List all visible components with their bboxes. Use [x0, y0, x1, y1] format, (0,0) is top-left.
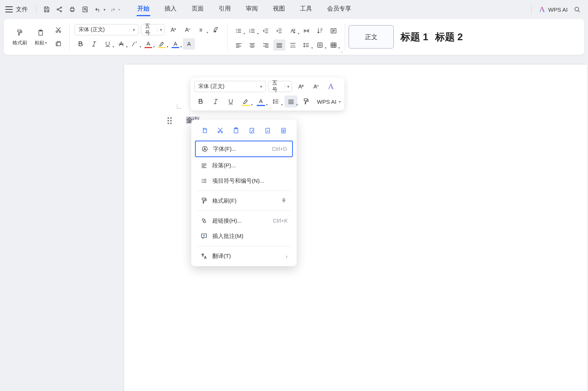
highlight-color-icon[interactable]: ▾ — [156, 38, 168, 50]
style-heading1[interactable]: 标题 1 — [401, 30, 428, 44]
svg-rect-38 — [202, 198, 205, 200]
save-icon[interactable] — [41, 4, 52, 15]
text-direction-icon[interactable]: ▾ — [287, 25, 299, 36]
borders-icon[interactable]: ▾ — [314, 39, 326, 51]
cut-icon[interactable] — [53, 24, 64, 36]
ctx-cut-icon[interactable] — [215, 125, 226, 136]
show-marks-icon[interactable] — [328, 25, 340, 36]
style-heading2[interactable]: 标题 2 — [435, 30, 463, 44]
mini-align-icon[interactable]: ▾ — [285, 95, 297, 108]
share-icon[interactable] — [54, 4, 65, 15]
shrink-font-icon[interactable] — [181, 24, 193, 35]
chevron-right-icon: › — [286, 253, 288, 259]
decrease-indent-icon[interactable] — [260, 25, 272, 36]
align-center-icon[interactable] — [246, 39, 258, 51]
clear-formatting-icon[interactable] — [210, 24, 222, 35]
mini-grow-font-icon[interactable] — [294, 80, 307, 92]
mini-shrink-font-icon[interactable] — [309, 80, 322, 92]
sort-icon[interactable] — [314, 25, 326, 36]
wps-ai-label: WPS AI — [548, 6, 568, 13]
ctx-paste-list-icon[interactable] — [278, 125, 289, 136]
table-icon[interactable]: ▾ — [328, 39, 340, 51]
mini-wps-ai-icon[interactable] — [324, 80, 337, 92]
bold-icon[interactable] — [75, 38, 87, 50]
ctx-font[interactable]: 字体(F)... Ctrl+D — [195, 141, 293, 157]
line-spacing-icon[interactable]: ▾ — [300, 39, 312, 51]
ctx-comment[interactable]: 插入批注(M) — [195, 229, 293, 244]
copy-icon[interactable] — [53, 38, 64, 49]
ctx-pin-icon[interactable] — [279, 198, 288, 204]
paragraph-drag-handle[interactable] — [168, 117, 172, 124]
undo-icon[interactable] — [92, 4, 104, 15]
ctx-paste-text-icon[interactable]: A — [262, 125, 273, 136]
ctx-paragraph[interactable]: 段落(P)... — [195, 158, 293, 173]
align-justify-icon[interactable] — [273, 39, 285, 51]
tab-tools[interactable]: 工具 — [299, 3, 313, 16]
redo-icon[interactable] — [107, 4, 118, 15]
char-spacing-icon[interactable] — [300, 25, 312, 36]
ctx-paste-format-icon[interactable] — [246, 125, 257, 136]
mini-toolbar: 宋体 (正文)▾ 五号▾ ▾ ▾ ▾ ▾ WPS AI▾ — [190, 77, 344, 111]
ctx-font-label: 字体(F)... — [213, 145, 236, 153]
mini-italic-icon[interactable] — [209, 95, 222, 108]
mini-bold-icon[interactable] — [194, 95, 207, 108]
grow-font-icon[interactable] — [167, 24, 179, 35]
phonetic-guide-icon[interactable]: 斐▾ — [196, 24, 208, 35]
strikethrough-icon[interactable]: ▾ — [115, 38, 127, 50]
style-normal[interactable]: 正文 — [349, 25, 394, 48]
tab-vip[interactable]: 会员专享 — [326, 3, 352, 16]
tab-insert[interactable]: 插入 — [164, 3, 177, 16]
ctx-bullets[interactable]: 项目符号和编号(N)... — [195, 173, 293, 188]
mini-line-spacing-icon[interactable]: ▾ — [270, 95, 282, 108]
file-menu[interactable]: 文件 — [16, 6, 28, 14]
print-preview-icon[interactable] — [79, 4, 91, 15]
format-painter-button[interactable]: 格式刷 — [9, 22, 30, 52]
tab-review[interactable]: 审阅 — [245, 3, 259, 16]
align-left-icon[interactable] — [233, 39, 245, 51]
shading-icon[interactable] — [183, 38, 195, 50]
font-name-combo[interactable]: 宋体 (正文)▾ — [75, 24, 139, 35]
underline-icon[interactable]: ▾ — [102, 38, 114, 50]
bullet-list-icon[interactable]: ▾ — [233, 25, 245, 36]
menu-icon[interactable] — [5, 6, 13, 12]
mini-highlight-icon[interactable]: ▾ — [239, 95, 252, 108]
wps-ai-button[interactable]: WPS AI — [538, 6, 568, 13]
italic-icon[interactable] — [88, 38, 100, 50]
svg-rect-4 — [83, 7, 87, 12]
tab-view[interactable]: 视图 — [272, 3, 286, 16]
align-distribute-icon[interactable] — [287, 39, 299, 51]
increase-indent-icon[interactable] — [273, 25, 285, 36]
print-icon[interactable] — [67, 4, 78, 15]
undo-dropdown[interactable]: ▾ — [104, 8, 105, 12]
ctx-hyperlink[interactable]: 超链接(H)... Ctrl+K — [195, 213, 293, 228]
mini-font-name-combo[interactable]: 宋体 (正文)▾ — [194, 81, 266, 92]
ctx-format-painter[interactable]: 格式刷(F) — [195, 193, 293, 208]
text-effects-icon[interactable]: ▾ — [169, 38, 181, 50]
paragraph-dialog-launcher[interactable]: ⌄ — [340, 50, 343, 53]
search-icon[interactable] — [571, 4, 583, 15]
redo-dropdown[interactable]: ▾ — [118, 8, 120, 12]
svg-rect-3 — [70, 9, 74, 11]
tab-page[interactable]: 页面 — [191, 3, 204, 16]
mini-font-color-icon[interactable]: ▾ — [254, 95, 267, 108]
svg-point-37 — [202, 182, 203, 183]
superscript-icon[interactable]: 2▾ — [129, 38, 141, 50]
document-page[interactable]: 金山 宋体 (正文)▾ 五号▾ ▾ ▾ ▾ ▾ WPS AI▾ A — [124, 65, 587, 391]
mini-font-size-combo[interactable]: 五号▾ — [268, 81, 292, 92]
mini-format-painter-icon[interactable] — [300, 95, 312, 108]
paste-dropdown[interactable]: ▾ — [45, 41, 47, 45]
ctx-paste-icon[interactable] — [230, 125, 242, 136]
svg-point-35 — [202, 179, 203, 180]
mini-font-name-value: 宋体 (正文) — [195, 83, 228, 90]
font-size-combo[interactable]: 五号▾ — [141, 24, 165, 35]
font-color-icon[interactable]: ▾ — [142, 38, 154, 50]
mini-underline-icon[interactable] — [224, 95, 237, 108]
tab-start[interactable]: 开始 — [137, 3, 150, 16]
align-right-icon[interactable] — [260, 39, 272, 51]
ctx-copy-icon[interactable] — [199, 125, 210, 136]
numbered-list-icon[interactable]: 123▾ — [246, 25, 258, 36]
ctx-translate[interactable]: 翻译(T) › — [195, 249, 293, 264]
paste-button[interactable]: 粘贴▾ — [30, 22, 51, 52]
mini-wps-ai-button[interactable]: WPS AI▾ — [317, 99, 341, 105]
tab-reference[interactable]: 引用 — [218, 3, 232, 16]
